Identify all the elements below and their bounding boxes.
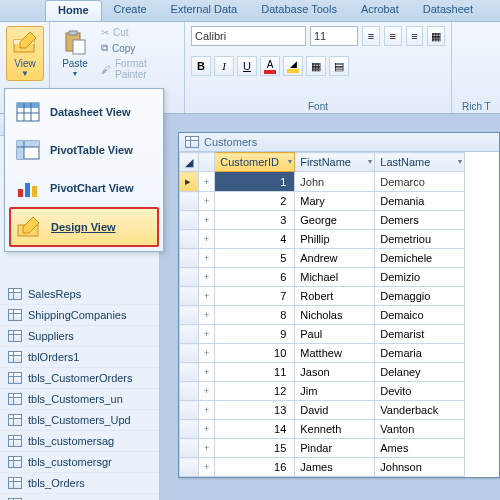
row-selector[interactable] (180, 401, 199, 420)
tab-create[interactable]: Create (102, 0, 159, 21)
table-row[interactable]: +9PaulDemarist (180, 325, 465, 344)
cell-first[interactable]: Pindar (295, 439, 375, 458)
row-selector[interactable] (180, 458, 199, 477)
bold-button[interactable]: B (191, 56, 211, 76)
cell-last[interactable]: Demers (375, 211, 465, 230)
table-row[interactable]: +8NicholasDemaico (180, 306, 465, 325)
table-row[interactable]: +10MatthewDemaria (180, 344, 465, 363)
cell-last[interactable]: Demaria (375, 344, 465, 363)
cell-last[interactable]: Demarco (375, 172, 465, 192)
table-row[interactable]: +2MaryDemania (180, 192, 465, 211)
view-button[interactable]: View ▼ (6, 26, 44, 81)
cell-last[interactable]: Demizio (375, 268, 465, 287)
row-selector[interactable] (180, 192, 199, 211)
cell-id[interactable]: 7 (215, 287, 295, 306)
cell-id[interactable]: 13 (215, 401, 295, 420)
row-selector[interactable] (180, 230, 199, 249)
cell-first[interactable]: Andrew (295, 249, 375, 268)
alt-row-button[interactable]: ▤ (329, 56, 349, 76)
nav-table-item[interactable]: tblOrders1 (0, 347, 159, 368)
cell-id[interactable]: 14 (215, 420, 295, 439)
table-row[interactable]: +6MichaelDemizio (180, 268, 465, 287)
row-selector[interactable] (180, 439, 199, 458)
tab-acrobat[interactable]: Acrobat (349, 0, 411, 21)
cell-id[interactable]: 16 (215, 458, 295, 477)
nav-table-item[interactable]: tbls_Orders_DEL (0, 494, 159, 500)
cell-id[interactable]: 12 (215, 382, 295, 401)
font-name-select[interactable] (191, 26, 306, 46)
cell-last[interactable]: Ames (375, 439, 465, 458)
cell-id[interactable]: 6 (215, 268, 295, 287)
cell-id[interactable]: 1 (215, 172, 295, 192)
cell-last[interactable]: Demetriou (375, 230, 465, 249)
expand-button[interactable]: + (199, 344, 215, 363)
table-row[interactable]: +11JasonDelaney (180, 363, 465, 382)
datasheet-title-bar[interactable]: Customers (179, 133, 499, 152)
expand-button[interactable]: + (199, 287, 215, 306)
nav-table-item[interactable]: Suppliers (0, 326, 159, 347)
cell-last[interactable]: Vanderback (375, 401, 465, 420)
cell-last[interactable]: Demaggio (375, 287, 465, 306)
expand-button[interactable]: + (199, 211, 215, 230)
cell-id[interactable]: 4 (215, 230, 295, 249)
cell-id[interactable]: 3 (215, 211, 295, 230)
gridlines-button[interactable]: ▦ (306, 56, 326, 76)
cell-first[interactable]: Michael (295, 268, 375, 287)
expand-button[interactable]: + (199, 420, 215, 439)
cell-first[interactable]: Kenneth (295, 420, 375, 439)
expand-button[interactable]: + (199, 268, 215, 287)
nav-table-item[interactable]: tbls_Customers_Upd (0, 410, 159, 431)
table-row[interactable]: +14KennethVanton (180, 420, 465, 439)
row-selector[interactable] (180, 287, 199, 306)
cell-first[interactable]: George (295, 211, 375, 230)
expand-button[interactable]: + (199, 306, 215, 325)
cell-first[interactable]: Mary (295, 192, 375, 211)
cell-id[interactable]: 15 (215, 439, 295, 458)
row-selector[interactable] (180, 306, 199, 325)
expand-button[interactable]: + (199, 401, 215, 420)
expand-button[interactable]: + (199, 363, 215, 382)
nav-table-item[interactable]: ShippingCompanies (0, 305, 159, 326)
column-header[interactable]: FirstName▾ (295, 153, 375, 172)
nav-table-item[interactable]: tbls_Customers_un (0, 389, 159, 410)
cell-first[interactable]: Jim (295, 382, 375, 401)
select-all-cell[interactable]: ◢ (180, 153, 199, 172)
cell-last[interactable]: Demaico (375, 306, 465, 325)
view-menu-datasheet[interactable]: Datasheet View (9, 93, 159, 131)
expand-button[interactable]: + (199, 249, 215, 268)
cell-last[interactable]: Demania (375, 192, 465, 211)
chevron-down-icon[interactable]: ▾ (288, 157, 292, 166)
row-selector[interactable] (180, 268, 199, 287)
row-selector[interactable] (180, 363, 199, 382)
align-right-button[interactable]: ≡ (406, 26, 424, 46)
nav-table-item[interactable]: SalesReps (0, 284, 159, 305)
cell-id[interactable]: 11 (215, 363, 295, 382)
cell-id[interactable]: 8 (215, 306, 295, 325)
chevron-down-icon[interactable]: ▾ (368, 157, 372, 166)
cell-first[interactable]: Paul (295, 325, 375, 344)
paste-button[interactable]: Paste ▾ (56, 26, 94, 81)
borders-button[interactable]: ▦ (427, 26, 445, 46)
tab-datasheet[interactable]: Datasheet (411, 0, 485, 21)
table-row[interactable]: ▸+1JohnDemarco (180, 172, 465, 192)
expand-button[interactable]: + (199, 192, 215, 211)
cell-first[interactable]: Robert (295, 287, 375, 306)
cell-id[interactable]: 5 (215, 249, 295, 268)
align-center-button[interactable]: ≡ (384, 26, 402, 46)
tab-database-tools[interactable]: Database Tools (249, 0, 349, 21)
expand-button[interactable]: + (199, 458, 215, 477)
fill-color-button[interactable]: ◢ (283, 56, 303, 76)
font-color-button[interactable]: A (260, 56, 280, 76)
table-row[interactable]: +13DavidVanderback (180, 401, 465, 420)
cut-button[interactable]: ✂Cut (98, 26, 178, 39)
row-selector[interactable] (180, 325, 199, 344)
cell-first[interactable]: Matthew (295, 344, 375, 363)
expand-button[interactable]: + (199, 382, 215, 401)
cell-last[interactable]: Demarist (375, 325, 465, 344)
cell-first[interactable]: Phillip (295, 230, 375, 249)
table-row[interactable]: +7RobertDemaggio (180, 287, 465, 306)
cell-last[interactable]: Delaney (375, 363, 465, 382)
copy-button[interactable]: ⧉Copy (98, 41, 178, 55)
font-size-select[interactable] (310, 26, 358, 46)
cell-first[interactable]: Jason (295, 363, 375, 382)
